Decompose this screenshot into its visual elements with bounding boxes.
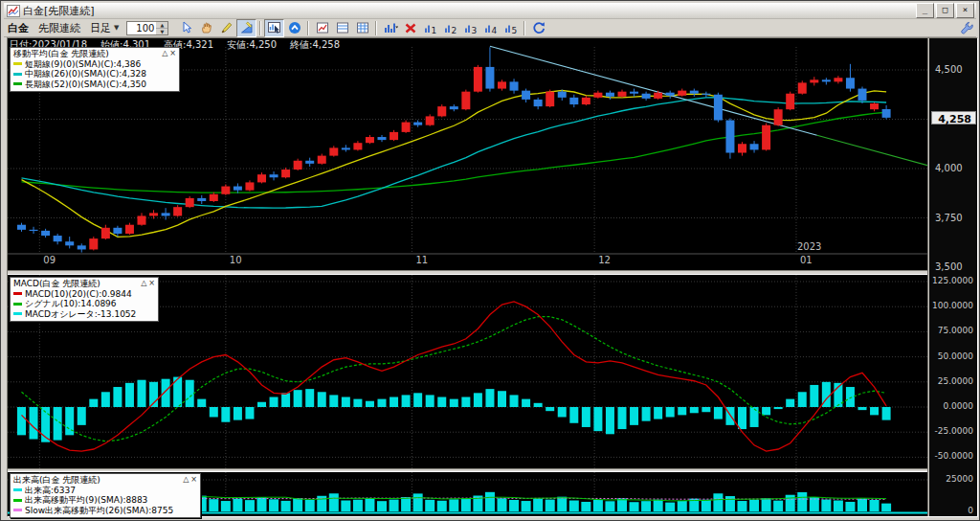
series-swatch xyxy=(13,499,22,502)
draw-line-icon xyxy=(219,20,234,35)
settings-wrench-icon[interactable] xyxy=(956,19,976,37)
indicator-3-icon: 3 xyxy=(463,20,479,35)
volume-legend-row: Slow出来高移動平均(26)(SMA):8755 xyxy=(13,506,197,516)
refresh-icon xyxy=(531,20,546,35)
volume-axis-tick: 0 xyxy=(968,506,973,515)
app-window: 白金[先限連続] _□× 白金 先限連続 日足 ▼ 100 ▲ ▼ 12345 … xyxy=(0,0,980,521)
svg-text:3: 3 xyxy=(471,26,477,35)
chart-type-button[interactable] xyxy=(380,19,400,37)
rotate-icon[interactable] xyxy=(882,4,898,17)
svg-text:2: 2 xyxy=(451,26,457,35)
indicator-4-icon: 4 xyxy=(483,20,499,35)
macd-legend-title: MACD(白金 先限連続) xyxy=(13,279,139,289)
refresh-button[interactable] xyxy=(528,19,548,37)
series-swatch xyxy=(13,73,22,76)
series-swatch xyxy=(13,488,22,491)
crosshair-button[interactable] xyxy=(264,19,284,37)
macd-axis-tick: -25.0000 xyxy=(935,426,973,436)
macd-axis-tick: 25.0000 xyxy=(938,376,973,386)
series-swatch xyxy=(13,292,22,295)
app-chart-icon xyxy=(7,5,20,17)
title-bar[interactable]: 白金[先限連続] _□× xyxy=(4,3,976,19)
new-panel-button[interactable] xyxy=(312,19,332,37)
price-axis-tick: 3,500 xyxy=(935,261,963,272)
toolbar-separator xyxy=(259,21,261,35)
draw-line-button[interactable] xyxy=(216,19,236,37)
macd-axis-tick: 75.0000 xyxy=(938,326,973,335)
hand-tool-icon xyxy=(199,20,214,35)
draw-trendline-button[interactable] xyxy=(236,19,256,37)
legend-close-icon[interactable]: × xyxy=(169,49,176,59)
ma-legend-row: 中期線(26)(0)(SMA)(C):4,328 xyxy=(13,69,176,79)
indicator-4-button[interactable]: 4 xyxy=(480,19,501,37)
chevron-down-icon: ▼ xyxy=(114,24,119,32)
minimize-button[interactable]: _ xyxy=(916,3,934,18)
indicator-5-button[interactable]: 5 xyxy=(501,19,521,37)
indicator-2-button[interactable]: 2 xyxy=(440,19,460,37)
price-axis-tick: 3,750 xyxy=(935,213,963,223)
annotate-icon[interactable] xyxy=(866,4,881,17)
x-axis-month-label: 01 xyxy=(800,255,813,265)
cascade-icon[interactable] xyxy=(899,4,914,17)
x-axis-month-label: 10 xyxy=(230,255,242,265)
series-label: Slow出来高移動平均(26)(SMA):8755 xyxy=(25,506,173,516)
svg-text:4: 4 xyxy=(491,26,497,35)
legend-close-icon[interactable]: × xyxy=(148,279,155,289)
timeframe-select[interactable]: 日足 ▼ xyxy=(90,21,119,35)
draw-trendline-icon xyxy=(239,20,255,35)
macd-legend[interactable]: MACD(白金 先限連続)△×MACD(10)(20)(C):0.9844シグナ… xyxy=(10,277,159,322)
symbol-label[interactable]: 白金 xyxy=(8,21,29,35)
scroll-latest-button[interactable] xyxy=(284,19,304,37)
grid-rows-icon xyxy=(335,20,350,35)
contract-label[interactable]: 先限連続 xyxy=(38,21,80,35)
panel-separator[interactable] xyxy=(8,468,977,472)
price-axis-tick: 4,500 xyxy=(935,64,963,75)
indicator-5-icon: 5 xyxy=(503,20,519,35)
volume-legend-title: 出来高(白金 先限連続) xyxy=(13,475,181,486)
price-axis-column: 4,5004,0003,7503,5004,258125.0000100.000… xyxy=(927,38,977,516)
series-swatch xyxy=(13,62,22,65)
current-price-badge: 4,258 xyxy=(931,111,976,125)
window-title: 白金[先限連続] xyxy=(23,4,95,18)
panel-separator[interactable] xyxy=(8,270,977,275)
new-panel-icon xyxy=(315,20,330,35)
cascade-icon xyxy=(899,3,914,18)
grid-full-icon xyxy=(355,20,370,35)
toolbar-separator xyxy=(523,21,525,35)
indicator-1-icon: 1 xyxy=(423,20,438,35)
stepper-down-icon[interactable]: ▼ xyxy=(156,29,167,34)
bar-count-input[interactable]: 100 xyxy=(126,21,156,35)
rotate-icon xyxy=(882,3,898,18)
indicator-1-button[interactable]: 1 xyxy=(420,19,440,37)
select-cursor-icon xyxy=(179,20,194,35)
series-swatch xyxy=(13,509,22,511)
chart-area[interactable]: 日付:2023/01/18始値:4,301高値:4,321安値:4,250終値:… xyxy=(7,37,978,517)
close-button[interactable]: × xyxy=(956,3,974,18)
stepper-up-icon[interactable]: ▲ xyxy=(156,22,167,29)
bar-count-stepper[interactable]: 100 ▲ ▼ xyxy=(126,21,168,35)
series-swatch xyxy=(13,303,22,306)
scroll-latest-icon xyxy=(287,20,302,35)
macd-axis-tick: 125.0000 xyxy=(932,276,973,285)
series-label: 短期線(9)(0)(SMA)(C):4,386 xyxy=(25,59,141,70)
legend-collapse-icon[interactable]: △ xyxy=(162,49,167,59)
grid-rows-button[interactable] xyxy=(332,19,352,37)
hand-tool-button[interactable] xyxy=(196,19,216,37)
macd-axis-tick: -50.0000 xyxy=(935,451,973,461)
x-axis-month-label: 11 xyxy=(415,255,428,265)
ma-legend-title: 移動平均(白金 先限連続) xyxy=(13,49,160,59)
x-axis-month-label: 09 xyxy=(43,255,56,265)
ma-legend[interactable]: 移動平均(白金 先限連続)△×短期線(9)(0)(SMA)(C):4,386中期… xyxy=(10,47,180,92)
remove-indicator-button[interactable] xyxy=(400,19,420,37)
series-label: 中期線(26)(0)(SMA)(C):4,328 xyxy=(25,69,146,79)
legend-collapse-icon[interactable]: △ xyxy=(183,475,189,486)
chart-type-icon xyxy=(383,20,398,35)
volume-legend-row: 出来高:6337 xyxy=(13,486,197,496)
legend-collapse-icon[interactable]: △ xyxy=(141,279,146,289)
legend-close-icon[interactable]: × xyxy=(190,475,197,486)
indicator-3-button[interactable]: 3 xyxy=(460,19,480,37)
volume-legend[interactable]: 出来高(白金 先限連続)△×出来高:6337出来高移動平均(9)(SMA):88… xyxy=(10,473,201,518)
select-cursor-button[interactable] xyxy=(176,19,196,37)
maximize-button[interactable]: □ xyxy=(936,3,954,18)
grid-full-button[interactable] xyxy=(352,19,372,37)
